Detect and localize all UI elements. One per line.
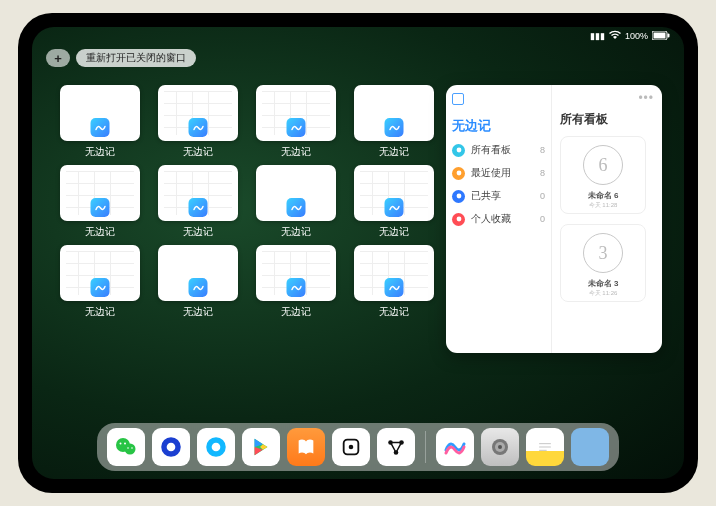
battery-icon [652, 31, 670, 42]
board-subtitle: 今天 11:28 [589, 201, 618, 210]
freeform-app-badge-icon [189, 198, 208, 217]
browser-cyan-icon[interactable] [197, 428, 235, 466]
thumbnail-preview [354, 85, 434, 141]
sidebar-item-icon [452, 213, 465, 226]
sidebar-item-icon [452, 144, 465, 157]
window-thumbnail[interactable]: 无边记 [60, 245, 140, 319]
svg-point-12 [131, 447, 133, 449]
sidebar-item[interactable]: 最近使用8 [452, 166, 545, 180]
freeform-app-badge-icon [287, 278, 306, 297]
window-thumbnail[interactable]: 无边记 [354, 245, 434, 319]
window-thumbnail[interactable]: 无边记 [60, 165, 140, 239]
sidebar-right-column: ••• 所有看板 6未命名 6今天 11:283未命名 3今天 11:26 [552, 85, 662, 353]
thumbnail-preview [256, 245, 336, 301]
dock [97, 423, 619, 471]
board-preview: 6 [583, 145, 623, 185]
svg-point-5 [456, 194, 461, 199]
window-thumbnail[interactable]: 无边记 [158, 245, 238, 319]
reopen-closed-window-button[interactable]: 重新打开已关闭的窗口 [76, 49, 196, 67]
freeform-icon[interactable] [436, 428, 474, 466]
thumbnail-label: 无边记 [379, 305, 409, 319]
sidebar-item[interactable]: 已共享0 [452, 189, 545, 203]
svg-point-14 [167, 443, 176, 452]
new-window-button[interactable]: + [46, 49, 70, 67]
board-card[interactable]: 3未命名 3今天 11:26 [560, 224, 646, 302]
sidebar-item-count: 0 [540, 214, 545, 224]
freeform-app-badge-icon [189, 118, 208, 137]
plus-icon: + [54, 51, 62, 66]
window-thumbnail[interactable]: 无边记 [158, 165, 238, 239]
sidebar-item-label: 最近使用 [471, 166, 534, 180]
freeform-sidebar-panel[interactable]: 无边记 所有看板8最近使用8已共享0个人收藏0 ••• 所有看板 6未命名 6今… [446, 85, 662, 353]
thumbnail-preview [158, 85, 238, 141]
dice-icon[interactable] [332, 428, 370, 466]
ipad-screen: ▮▮▮ 100% + 重新打开已关闭的窗口 无边记无边记无边记无边记无边记无边记… [32, 27, 684, 479]
play-store-icon[interactable] [242, 428, 280, 466]
sidebar-item[interactable]: 所有看板8 [452, 143, 545, 157]
books-icon[interactable] [287, 428, 325, 466]
thumbnail-preview [354, 245, 434, 301]
board-preview: 3 [583, 233, 623, 273]
sidebar-item-count: 8 [540, 145, 545, 155]
thumbnail-preview [256, 165, 336, 221]
svg-point-6 [456, 217, 461, 222]
notes-icon[interactable] [526, 428, 564, 466]
ipad-body: ▮▮▮ 100% + 重新打开已关闭的窗口 无边记无边记无边记无边记无边记无边记… [18, 13, 698, 493]
freeform-app-badge-icon [385, 118, 404, 137]
thumbnail-label: 无边记 [85, 305, 115, 319]
sidebar-left-column: 无边记 所有看板8最近使用8已共享0个人收藏0 [446, 85, 552, 353]
more-menu-button[interactable]: ••• [638, 91, 654, 105]
thumbnail-preview [354, 165, 434, 221]
window-thumbnail[interactable]: 无边记 [354, 165, 434, 239]
browser-blue-icon[interactable] [152, 428, 190, 466]
settings-icon[interactable] [481, 428, 519, 466]
wifi-icon [609, 30, 621, 42]
sidebar-item-icon [452, 167, 465, 180]
freeform-app-badge-icon [91, 198, 110, 217]
thumbnail-label: 无边记 [281, 225, 311, 239]
graph-icon[interactable] [377, 428, 415, 466]
sidebar-item-count: 8 [540, 168, 545, 178]
thumbnail-label: 无边记 [183, 225, 213, 239]
app-library-icon[interactable] [571, 428, 609, 466]
thumbnail-preview [158, 245, 238, 301]
svg-point-16 [212, 443, 221, 452]
thumbnail-label: 无边记 [379, 225, 409, 239]
sidebar-item-count: 0 [540, 191, 545, 201]
window-thumbnail[interactable]: 无边记 [158, 85, 238, 159]
thumbnail-label: 无边记 [85, 225, 115, 239]
svg-point-18 [349, 445, 354, 450]
svg-point-4 [456, 171, 461, 176]
reopen-label: 重新打开已关闭的窗口 [86, 51, 186, 65]
sidebar-item-label: 个人收藏 [471, 212, 534, 226]
boards-section-title: 所有看板 [560, 111, 654, 128]
freeform-app-badge-icon [91, 278, 110, 297]
thumbnail-preview [158, 165, 238, 221]
wechat-icon[interactable] [107, 428, 145, 466]
freeform-app-badge-icon [385, 278, 404, 297]
thumbnail-label: 无边记 [183, 145, 213, 159]
window-thumbnail[interactable]: 无边记 [256, 165, 336, 239]
window-thumbnail[interactable]: 无边记 [256, 85, 336, 159]
freeform-app-badge-icon [91, 118, 110, 137]
window-thumbnail[interactable]: 无边记 [354, 85, 434, 159]
thumbnail-preview [256, 85, 336, 141]
thumbnail-label: 无边记 [379, 145, 409, 159]
sidebar-title: 无边记 [452, 117, 545, 135]
board-card[interactable]: 6未命名 6今天 11:28 [560, 136, 646, 214]
sidebar-item[interactable]: 个人收藏0 [452, 212, 545, 226]
thumbnail-preview [60, 165, 140, 221]
board-title: 未命名 3 [588, 278, 619, 289]
freeform-app-badge-icon [189, 278, 208, 297]
sidebar-toggle-icon[interactable] [452, 93, 464, 105]
svg-rect-1 [654, 32, 666, 38]
window-thumbnail[interactable]: 无边记 [256, 245, 336, 319]
svg-point-8 [125, 444, 136, 455]
freeform-app-badge-icon [287, 118, 306, 137]
battery-text: 100% [625, 31, 648, 41]
sidebar-item-label: 所有看板 [471, 143, 534, 157]
window-thumbnail[interactable]: 无边记 [60, 85, 140, 159]
device-frame: ▮▮▮ 100% + 重新打开已关闭的窗口 无边记无边记无边记无边记无边记无边记… [0, 0, 716, 506]
svg-point-24 [498, 445, 502, 449]
sidebar-item-label: 已共享 [471, 189, 534, 203]
